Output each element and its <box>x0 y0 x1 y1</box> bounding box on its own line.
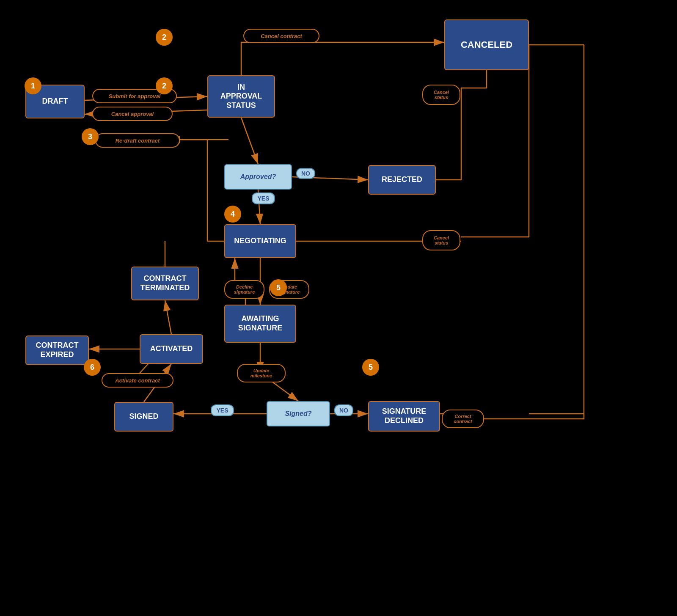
svg-line-14 <box>241 118 258 164</box>
action-cancel-status-lower[interactable]: Cancel status <box>422 230 460 250</box>
badge-2b: 2 <box>156 77 173 94</box>
badge-6: 6 <box>84 359 101 376</box>
badge-3: 3 <box>82 128 99 145</box>
action-decline-signature[interactable]: Decline signature <box>224 280 264 299</box>
action-update-milestone[interactable]: Update milestone <box>237 364 286 382</box>
action-cancel-status-upper[interactable]: Cancel status <box>422 85 460 105</box>
svg-line-33 <box>165 300 171 334</box>
action-cancel-contract-top[interactable]: Cancel contract <box>243 29 319 43</box>
action-activate-contract[interactable]: Activate contract <box>102 373 173 388</box>
badge-5a: 5 <box>270 279 287 296</box>
state-in-approval: IN APPROVAL STATUS <box>207 75 275 118</box>
state-activated: ACTIVATED <box>140 334 203 364</box>
action-re-draft-contract[interactable]: Re-draft contract <box>95 133 180 148</box>
svg-line-28 <box>271 381 298 401</box>
state-signature-declined: SIGNATURE DECLINED <box>368 401 440 432</box>
state-negotiating: NEGOTIATING <box>224 224 296 258</box>
state-canceled: CANCELED <box>444 19 529 70</box>
diagram-container: DRAFT IN APPROVAL STATUS CANCELED REJECT… <box>0 0 677 616</box>
badge-4: 4 <box>224 206 241 223</box>
state-contract-terminated: CONTRACT TERMINATED <box>131 267 199 300</box>
signed-no-label: NO <box>334 404 353 416</box>
state-awaiting-signature: AWAITING SIGNATURE <box>224 305 296 343</box>
state-signed: SIGNED <box>114 402 173 432</box>
badge-2a: 2 <box>156 29 173 46</box>
badge-5b: 5 <box>362 359 379 376</box>
state-contract-expired: CONTRACT EXPIRED <box>25 336 89 365</box>
decision-signed: Signed? <box>267 401 330 426</box>
state-rejected: REJECTED <box>368 165 436 195</box>
action-correct-contract[interactable]: Correct contract <box>442 410 484 428</box>
signed-yes-label: YES <box>211 404 234 416</box>
decision-approved: Approved? <box>224 164 292 190</box>
approved-no-label: NO <box>296 168 315 179</box>
approved-yes-label: YES <box>252 192 275 204</box>
action-cancel-approval[interactable]: Cancel approval <box>92 107 173 121</box>
badge-1: 1 <box>25 77 41 94</box>
